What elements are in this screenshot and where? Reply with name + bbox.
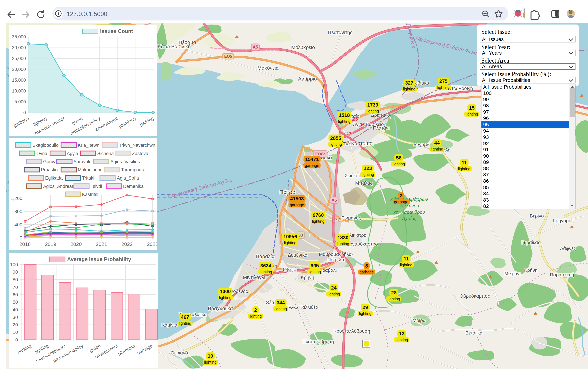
svg-text:30,000: 30,000 bbox=[12, 45, 26, 50]
svg-text:Issues Count: Issues Count bbox=[100, 28, 133, 34]
svg-text:80: 80 bbox=[13, 277, 18, 282]
svg-text:Μαυρομανδήλα-: Μαυρομανδήλα- bbox=[319, 252, 353, 257]
svg-text:Οβρυόκαμπος: Οβρυόκαμπος bbox=[460, 293, 490, 299]
svg-text:Μπάλας: Μπάλας bbox=[355, 180, 372, 186]
svg-text:15,000: 15,000 bbox=[12, 78, 26, 83]
svg-text:25: 25 bbox=[359, 122, 365, 127]
svg-text:0: 0 bbox=[15, 337, 18, 342]
svg-text:Αχαΐας: Αχαΐας bbox=[402, 216, 416, 221]
svg-text:Eglikada: Eglikada bbox=[45, 175, 63, 181]
svg-text:0: 0 bbox=[20, 235, 22, 240]
svg-text:Μικρόνι: Μικρόνι bbox=[504, 271, 520, 276]
svg-text:Αντίρριο: Αντίρριο bbox=[298, 76, 317, 82]
svg-text:0: 0 bbox=[23, 110, 26, 115]
svg-text:Παραλία: Παραλία bbox=[256, 254, 275, 259]
svg-text:Κρυσταλλόβρυση: Κρυσταλλόβρυση bbox=[333, 328, 370, 334]
svg-text:Γρηγόρης: Γρηγόρης bbox=[553, 218, 574, 223]
svg-text:Ovria: Ovria bbox=[36, 151, 47, 156]
svg-text:10: 10 bbox=[13, 330, 18, 335]
svg-text:40: 40 bbox=[13, 307, 18, 312]
svg-text:30: 30 bbox=[13, 315, 18, 320]
svg-text:Κάτω Βασιλική: Κάτω Βασιλική bbox=[158, 44, 191, 49]
svg-text:A5: A5 bbox=[253, 45, 258, 49]
svg-text:Kastritsi: Kastritsi bbox=[82, 192, 98, 197]
svg-text:2019: 2019 bbox=[45, 241, 56, 247]
svg-text:Βεταίικα: Βεταίικα bbox=[466, 330, 482, 336]
svg-text:25,000: 25,000 bbox=[12, 56, 26, 61]
svg-text:2023: 2023 bbox=[147, 241, 157, 247]
svg-text:20,000: 20,000 bbox=[12, 67, 26, 72]
svg-text:70: 70 bbox=[13, 285, 18, 290]
svg-text:5,000: 5,000 bbox=[14, 99, 26, 104]
svg-text:Agia_Sofia: Agia_Sofia bbox=[117, 175, 139, 181]
svg-text:Tritaki: Tritaki bbox=[82, 175, 94, 181]
svg-text:27: 27 bbox=[334, 217, 340, 222]
svg-text:Άνω Καλλιθέα: Άνω Καλλιθέα bbox=[289, 305, 318, 310]
svg-text:Αργυρά: Αργυρά bbox=[413, 142, 430, 147]
svg-text:Καμίνια: Καμίνια bbox=[162, 322, 177, 328]
svg-text:Demenika: Demenika bbox=[123, 184, 144, 189]
svg-text:Κρήνη: Κρήνη bbox=[524, 267, 537, 273]
svg-text:10,000: 10,000 bbox=[12, 88, 26, 93]
svg-text:Agios_Vasilios: Agios_Vasilios bbox=[111, 159, 140, 164]
svg-text:Skagiopoulio: Skagiopoulio bbox=[32, 143, 59, 148]
svg-text:100: 100 bbox=[10, 262, 18, 267]
svg-text:Πάτρα: Πάτρα bbox=[279, 189, 296, 195]
svg-text:Πλατανίτης: Πλατανίτης bbox=[328, 30, 353, 35]
svg-text:400: 400 bbox=[14, 222, 22, 227]
svg-text:2018: 2018 bbox=[20, 241, 31, 247]
svg-text:Sichena: Sichena bbox=[97, 151, 114, 156]
svg-text:Ρωμανός: Ρωμανός bbox=[341, 215, 361, 221]
svg-text:20: 20 bbox=[13, 322, 18, 328]
svg-text:Saravali: Saravali bbox=[74, 159, 90, 164]
svg-text:Δεμένικα: Δεμένικα bbox=[288, 252, 308, 258]
svg-text:90: 90 bbox=[13, 269, 18, 275]
svg-text:60: 60 bbox=[13, 292, 18, 297]
svg-text:Πετρωτό: Πετρωτό bbox=[327, 257, 346, 262]
svg-text:Agios_Andreas: Agios_Andreas bbox=[43, 184, 74, 189]
svg-text:Proastio: Proastio bbox=[41, 167, 58, 172]
svg-text:Makrigianni: Makrigianni bbox=[78, 167, 101, 172]
svg-text:Average Issue Probability: Average Issue Probability bbox=[67, 256, 131, 262]
svg-text:Μολύκρειο: Μολύκρειο bbox=[291, 44, 315, 50]
svg-text:Tsivdi: Tsivdi bbox=[91, 184, 102, 189]
svg-text:Βερίνο: Βερίνο bbox=[530, 213, 544, 218]
svg-text:Κρήνη: Κρήνη bbox=[301, 275, 314, 280]
svg-text:Θέα: Θέα bbox=[266, 300, 274, 305]
svg-text:Δάφνες: Δάφνες bbox=[560, 246, 576, 251]
svg-text:Βραχναίικα: Βραχναίικα bbox=[208, 306, 233, 311]
svg-text:Πλατάνι: Πλατάνι bbox=[373, 125, 389, 131]
svg-text:2022: 2022 bbox=[122, 241, 133, 247]
svg-text:A5: A5 bbox=[332, 198, 337, 203]
svg-text:35,000: 35,000 bbox=[12, 34, 26, 39]
svg-text:50: 50 bbox=[13, 299, 18, 305]
svg-text:1,200: 1,200 bbox=[10, 196, 22, 201]
svg-text:EO5: EO5 bbox=[224, 54, 232, 59]
svg-text:800: 800 bbox=[14, 209, 22, 214]
svg-text:Μιντιλόγλι: Μιντιλόγλι bbox=[243, 275, 265, 280]
svg-text:Πλατανόβρυση: Πλατανόβρυση bbox=[302, 339, 334, 344]
svg-text:Θεριανό: Θεριανό bbox=[171, 350, 188, 356]
svg-text:2021: 2021 bbox=[96, 241, 107, 247]
svg-text:Μακύνεια: Μακύνεια bbox=[257, 65, 279, 71]
svg-text:Tarampoura: Tarampoura bbox=[121, 167, 146, 172]
svg-text:Agyia: Agyia bbox=[67, 151, 79, 156]
svg-text:25: 25 bbox=[352, 116, 358, 122]
svg-text:2020: 2020 bbox=[71, 241, 82, 247]
svg-text:Gouva: Gouva bbox=[43, 159, 57, 164]
svg-text:και Χαράνδρου: και Χαράνδρου bbox=[394, 210, 425, 215]
svg-text:Zastova: Zastova bbox=[132, 151, 149, 156]
svg-text:Triwn_Navarchwn: Triwn_Navarchwn bbox=[119, 143, 155, 148]
svg-text:33: 33 bbox=[298, 233, 303, 237]
svg-text:Οβριά: Οβριά bbox=[283, 267, 297, 272]
svg-text:Παρασκευή: Παρασκευή bbox=[550, 272, 574, 277]
svg-text:Γκραίκας: Γκραίκας bbox=[521, 240, 540, 245]
svg-text:Kria_Itewn: Kria_Itewn bbox=[78, 143, 100, 148]
svg-text:25: 25 bbox=[347, 131, 353, 136]
svg-text:Μοίρα: Μοίρα bbox=[413, 318, 426, 323]
